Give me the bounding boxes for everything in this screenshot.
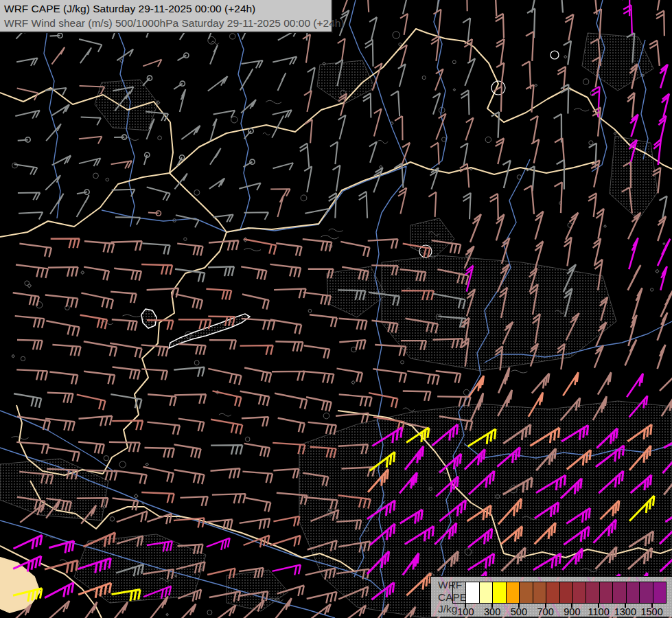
- wind-barb: [79, 158, 101, 166]
- wind-barb: [270, 264, 301, 277]
- wind-barb: [338, 38, 345, 61]
- wind-barb: [270, 536, 301, 547]
- wind-barb: [113, 367, 140, 380]
- wind-barb: [598, 372, 611, 395]
- contour-squiggle: [123, 314, 141, 317]
- wind-barb: [51, 47, 65, 65]
- contour-squiggle: [403, 408, 415, 411]
- wind-barb: [80, 315, 108, 329]
- wind-barb: [336, 413, 369, 423]
- wind-barb: [303, 293, 331, 306]
- wind-barb: [17, 340, 43, 350]
- river: [235, 0, 250, 229]
- wind-barb: [623, 5, 632, 35]
- wind-barb: [13, 293, 39, 306]
- cape-tick-label: 1300: [614, 606, 636, 617]
- wind-barb: [111, 161, 132, 168]
- cape-color-cell: [546, 582, 559, 603]
- wind-barb: [176, 294, 202, 309]
- wind-barb: [113, 499, 139, 511]
- wind-barb: [437, 396, 470, 406]
- cape-colorbar: [452, 582, 667, 604]
- wind-barb: [19, 244, 51, 258]
- wind-barb: [111, 241, 142, 251]
- contour-blob: [485, 137, 491, 142]
- wind-barb: [660, 266, 667, 290]
- wind-barb: [77, 196, 89, 218]
- wind-barb: [594, 345, 603, 368]
- wind-barb: [659, 196, 667, 220]
- wind-barb: [240, 345, 273, 355]
- wind-barb: [524, 185, 534, 214]
- wind-barb: [399, 45, 407, 66]
- wind-barb: [210, 45, 218, 65]
- wind-barb: [333, 165, 340, 192]
- wind-barb: [49, 372, 78, 385]
- wind-barb: [81, 293, 113, 309]
- wind-barb: [242, 60, 263, 68]
- wind-barb: [466, 117, 474, 140]
- country-border: [0, 173, 170, 237]
- wind-barb: [633, 288, 642, 319]
- title-line-cape: WRF CAPE (J/kg) Saturday 29-11-2025 00:0…: [0, 0, 332, 16]
- wind-barb: [373, 63, 382, 91]
- wind-barb: [48, 267, 78, 277]
- map-title-overlay: WRF CAPE (J/kg) Saturday 29-11-2025 00:0…: [0, 0, 333, 33]
- wind-barb: [531, 139, 539, 163]
- wind-barb: [16, 442, 49, 454]
- wind-barb: [487, 0, 496, 16]
- wind-barb: [561, 84, 568, 114]
- wind-barb: [374, 108, 382, 136]
- wind-barb: [16, 58, 38, 66]
- contour-blob: [583, 79, 589, 84]
- wind-barb: [432, 0, 440, 12]
- wind-barb: [142, 243, 170, 254]
- wind-barb: [80, 47, 91, 63]
- wind-barb: [111, 292, 137, 304]
- wind-barb: [304, 345, 330, 358]
- weather-map-canvas: [0, 0, 672, 618]
- wind-barb: [407, 371, 439, 385]
- wind-barb: [592, 107, 601, 136]
- contour-diamond: [614, 133, 616, 135]
- wind-barb: [464, 39, 472, 63]
- cape-color-cell: [560, 582, 573, 603]
- wind-barb: [147, 514, 172, 524]
- contour-diamond: [146, 463, 148, 466]
- wind-barb: [79, 416, 113, 426]
- wind-barb: [77, 395, 106, 410]
- wind-barb: [564, 237, 572, 266]
- contour-blob: [25, 281, 30, 286]
- wind-barb: [17, 89, 38, 101]
- wind-barb: [339, 340, 365, 350]
- wind-barb: [342, 605, 366, 618]
- wind-barb: [18, 193, 40, 201]
- contour-squiggle: [378, 140, 388, 144]
- calm-circle: [180, 155, 185, 160]
- wind-barb: [114, 470, 147, 484]
- wind-barb: [47, 393, 73, 403]
- wind-barb: [147, 187, 170, 201]
- title-line-windshear: WRF Wind shear (m/s) 500/1000hPa Saturda…: [0, 16, 332, 32]
- wind-barb: [658, 216, 666, 241]
- wind-barb: [403, 391, 431, 401]
- wind-barb: [496, 214, 505, 240]
- wind-barb: [330, 141, 338, 164]
- stipple-region: [382, 255, 616, 371]
- wind-barb: [565, 14, 573, 41]
- wind-barb: [630, 115, 638, 137]
- wind-barb: [368, 239, 398, 249]
- wind-barb: [469, 376, 484, 397]
- wind-barb: [307, 592, 337, 604]
- wind-barb: [628, 213, 640, 240]
- wind-barb: [625, 340, 637, 366]
- wind-barb: [564, 41, 571, 65]
- wind-barb: [526, 32, 533, 61]
- wind-barb: [430, 143, 439, 165]
- wind-barb: [656, 11, 664, 36]
- contour-squiggle: [266, 100, 281, 104]
- wind-barb: [553, 0, 563, 13]
- wind-barb: [461, 143, 468, 165]
- wind-barb: [306, 397, 332, 411]
- wind-barb: [242, 295, 269, 310]
